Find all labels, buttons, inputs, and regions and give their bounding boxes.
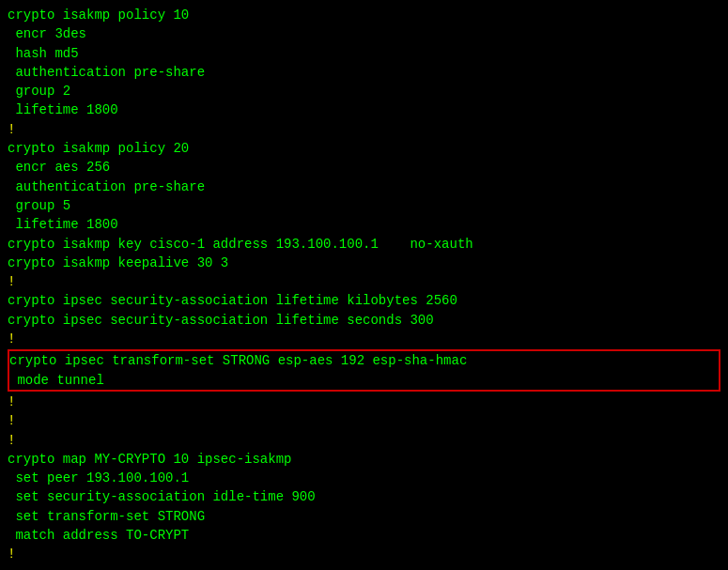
terminal-line: set security-association idle-time 900 <box>8 487 720 506</box>
terminal-line: hash md5 <box>8 44 720 63</box>
terminal-line: ! <box>8 545 720 563</box>
terminal-line: authentication pre-share <box>8 63 720 82</box>
terminal-line: encr aes 256 <box>8 158 720 177</box>
terminal-line: crypto ipsec security-association lifeti… <box>8 291 720 310</box>
terminal-line: ! <box>8 330 720 348</box>
terminal-line: ! <box>8 272 720 291</box>
terminal-line: set transform-set STRONG <box>8 507 720 526</box>
terminal-line: crypto isakmp key cisco-1 address 193.10… <box>8 235 720 254</box>
terminal-line: mode tunnel <box>9 371 719 390</box>
terminal-line: ! <box>8 393 720 411</box>
terminal-line: ! <box>8 431 720 450</box>
terminal-line: crypto ipsec transform-set STRONG esp-ae… <box>9 351 719 370</box>
terminal-line: set peer 193.100.100.1 <box>8 469 720 487</box>
terminal-line: group 5 <box>8 196 720 215</box>
terminal-line: authentication pre-share <box>8 177 720 196</box>
terminal-line: crypto isakmp policy 10 <box>8 6 720 24</box>
terminal-line: match address TO-CRYPT <box>8 526 720 545</box>
terminal-line: crypto isakmp policy 20 <box>8 139 720 158</box>
terminal-line: crypto ipsec security-association lifeti… <box>8 311 720 330</box>
highlighted-block: crypto ipsec transform-set STRONG esp-ae… <box>8 349 720 392</box>
terminal-window: crypto isakmp policy 10 encr 3des hash m… <box>0 0 728 570</box>
terminal-line: group 2 <box>8 82 720 100</box>
terminal-line: crypto isakmp keepalive 30 3 <box>8 254 720 272</box>
terminal-line: ! <box>8 411 720 430</box>
terminal-line: lifetime 1800 <box>8 100 720 119</box>
terminal-line: crypto map MY-CRYPTO 10 ipsec-isakmp <box>8 450 720 469</box>
terminal-line: ! <box>8 120 720 139</box>
terminal-line: lifetime 1800 <box>8 215 720 234</box>
terminal-line: encr 3des <box>8 24 720 43</box>
